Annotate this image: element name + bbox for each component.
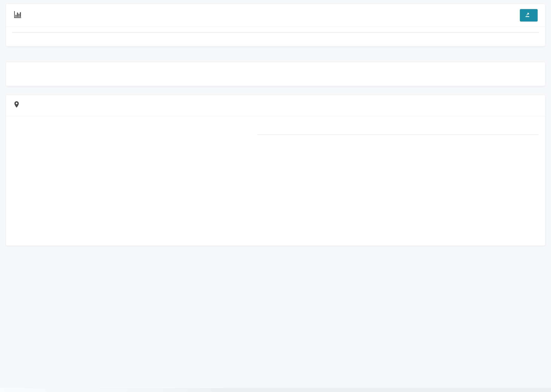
geo-pie-wrap (13, 119, 147, 227)
geo-body (6, 116, 545, 227)
geo-table-header-row (257, 119, 538, 135)
geo-card-header (6, 95, 545, 116)
export-icon (525, 12, 530, 19)
table-bottom-fade (6, 231, 545, 245)
tracking-stats-card (6, 4, 545, 46)
geo-table (257, 119, 538, 227)
geo-pie-chart[interactable] (27, 120, 134, 227)
page (0, 0, 551, 246)
geo-card-title (13, 101, 24, 110)
tracking-card-title (13, 11, 25, 20)
tracking-card-header (6, 4, 545, 27)
campaign-geo-opens-card (6, 95, 545, 246)
bottom-band (0, 388, 551, 392)
rates-card (6, 62, 545, 86)
geo-legend (147, 119, 253, 227)
stats-strip (12, 32, 539, 33)
map-pin-icon (13, 101, 20, 110)
export-basic-stats-button[interactable] (520, 9, 538, 21)
bar-chart-icon (13, 11, 21, 20)
